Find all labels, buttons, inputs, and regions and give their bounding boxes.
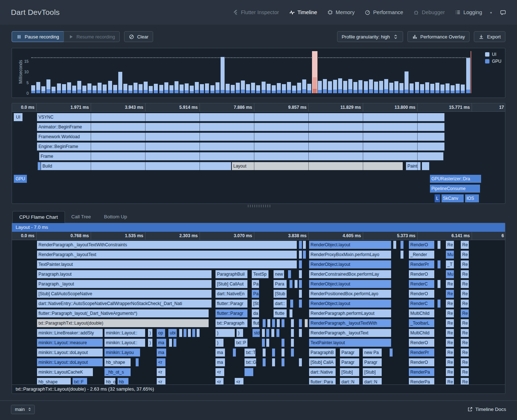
event-span[interactable]: RenderConstrainedBox.performLay bbox=[309, 270, 391, 279]
frame-bar[interactable] bbox=[328, 81, 332, 93]
frame-bar[interactable] bbox=[410, 83, 414, 93]
event-span[interactable]: TextSp bbox=[251, 270, 269, 279]
frame-bar[interactable] bbox=[144, 82, 148, 93]
event-span[interactable]: flut bbox=[251, 319, 259, 328]
nav-item-memory[interactable]: Memory bbox=[327, 9, 354, 15]
event-span[interactable]: VSYNC bbox=[37, 113, 445, 122]
event-span[interactable]: Re bbox=[460, 260, 469, 269]
event-span[interactable]: Engine::BeginFrame bbox=[37, 142, 445, 151]
frame-bar[interactable] bbox=[190, 86, 194, 93]
event-span[interactable]: minikin::Layou bbox=[104, 348, 140, 357]
event-span[interactable]: [Stub] CallAutoScopeNative bbox=[37, 289, 212, 298]
event-span[interactable]: RenderObject.layout bbox=[309, 260, 391, 269]
frame-bar[interactable] bbox=[307, 84, 311, 93]
tab-bottom-up[interactable]: Bottom Up bbox=[98, 211, 134, 223]
frame-bar[interactable] bbox=[128, 85, 132, 93]
frame-bar[interactable] bbox=[348, 79, 352, 93]
event-span[interactable]: <r bbox=[156, 368, 166, 376]
event-span[interactable] bbox=[262, 329, 265, 337]
event-span[interactable]: RenderParagraph.performLayout bbox=[309, 309, 391, 318]
event-span[interactable] bbox=[179, 329, 182, 337]
frame-bar[interactable] bbox=[231, 85, 235, 93]
event-span[interactable]: RenderObject.layout bbox=[309, 240, 391, 249]
event-span[interactable]: Animator::BeginFrame bbox=[37, 123, 445, 131]
message-icon[interactable] bbox=[500, 9, 506, 16]
event-span[interactable]: txt::ParagraphTxt::Layout(double) bbox=[37, 319, 209, 328]
frame-bar[interactable] bbox=[405, 71, 409, 93]
resume-recording-button[interactable]: Resume recording bbox=[63, 31, 120, 42]
frame-bar[interactable] bbox=[31, 85, 35, 93]
frame-bar[interactable] bbox=[72, 86, 76, 93]
event-span[interactable]: Re bbox=[460, 299, 469, 308]
event-span[interactable]: hb_shape bbox=[104, 358, 131, 367]
frame-bar[interactable] bbox=[456, 84, 460, 93]
event-span[interactable]: dart::Native bbox=[309, 368, 336, 376]
event-span[interactable] bbox=[272, 319, 275, 328]
event-span[interactable] bbox=[288, 270, 291, 279]
event-span[interactable]: txt::G bbox=[244, 358, 257, 367]
event-span[interactable] bbox=[271, 329, 275, 337]
event-span[interactable]: op bbox=[156, 329, 165, 337]
frame-bar[interactable] bbox=[374, 82, 378, 93]
event-span[interactable]: RenderO bbox=[409, 240, 435, 249]
event-span[interactable]: hb bbox=[117, 378, 129, 384]
event-span[interactable]: [Stub] bbox=[340, 368, 360, 376]
frame-bar[interactable] bbox=[358, 80, 362, 93]
event-span[interactable]: Paragr bbox=[340, 348, 360, 357]
event-span[interactable]: L bbox=[434, 194, 440, 203]
event-span[interactable]: <r bbox=[156, 358, 166, 367]
frame-bar[interactable] bbox=[93, 86, 97, 93]
event-span[interactable]: <r bbox=[215, 378, 224, 384]
frame-bar[interactable] bbox=[98, 83, 102, 93]
frame-bar[interactable] bbox=[277, 83, 281, 93]
event-span[interactable]: TextPainter.layout bbox=[37, 260, 297, 269]
event-span[interactable] bbox=[290, 299, 294, 308]
event-span[interactable] bbox=[299, 250, 302, 259]
event-span[interactable]: <r bbox=[215, 368, 225, 376]
pause-recording-button[interactable]: Pause recording bbox=[12, 31, 64, 42]
frame-bar[interactable] bbox=[272, 85, 276, 93]
event-span[interactable]: Re bbox=[460, 358, 469, 367]
event-span[interactable]: ParagraphB bbox=[309, 348, 336, 357]
frame-bar[interactable] bbox=[67, 82, 71, 93]
frame-bar[interactable] bbox=[241, 81, 245, 93]
frame-bar[interactable] bbox=[435, 83, 439, 93]
event-span[interactable] bbox=[299, 358, 302, 367]
frame-bar[interactable] bbox=[292, 86, 296, 93]
frame-bar[interactable] bbox=[134, 83, 138, 93]
event-span[interactable]: [Stub bbox=[273, 289, 287, 298]
frame-bar[interactable] bbox=[164, 82, 168, 93]
frame-bar[interactable] bbox=[57, 83, 61, 93]
event-span[interactable]: minikin::Layout:: bbox=[104, 329, 145, 337]
frame-bar[interactable] bbox=[159, 85, 163, 93]
event-span[interactable] bbox=[299, 329, 302, 337]
event-span[interactable]: RenderParagraph._layoutTextWithConstrain… bbox=[37, 240, 297, 249]
event-span[interactable] bbox=[393, 240, 397, 249]
tab-call-tree[interactable]: Call Tree bbox=[65, 211, 98, 223]
event-span[interactable]: _T bbox=[446, 260, 454, 269]
event-span[interactable]: minikin::Layout::doLayout bbox=[37, 358, 103, 367]
event-span[interactable]: Paragraph._layout bbox=[37, 280, 212, 288]
frame-bar[interactable] bbox=[221, 57, 225, 93]
event-span[interactable]: [Stub] bbox=[362, 368, 382, 376]
event-span[interactable] bbox=[262, 319, 266, 328]
event-span[interactable] bbox=[196, 329, 200, 337]
frame-bar[interactable] bbox=[369, 79, 373, 93]
event-span[interactable]: minikin::LayoutCacheK bbox=[37, 368, 93, 376]
event-span[interactable]: txt::P bbox=[234, 338, 248, 347]
event-span[interactable] bbox=[299, 240, 302, 249]
event-span[interactable]: Para bbox=[273, 280, 287, 288]
event-span[interactable]: <r bbox=[234, 378, 244, 384]
event-span[interactable]: Re bbox=[460, 378, 469, 384]
event-span[interactable]: Re bbox=[460, 368, 469, 376]
frame-bar[interactable] bbox=[62, 84, 66, 93]
event-span[interactable]: ) bbox=[148, 338, 153, 347]
event-span[interactable]: ubi bbox=[168, 329, 177, 337]
event-span[interactable]: RenderPr bbox=[409, 348, 435, 357]
event-span[interactable]: Re bbox=[460, 250, 469, 259]
event-span[interactable]: Paint bbox=[406, 162, 421, 170]
event-span[interactable]: Re bbox=[446, 280, 454, 288]
event-span[interactable]: dart::NativeEn bbox=[215, 289, 248, 298]
frame-bar[interactable] bbox=[302, 79, 306, 93]
event-span[interactable] bbox=[422, 162, 430, 170]
